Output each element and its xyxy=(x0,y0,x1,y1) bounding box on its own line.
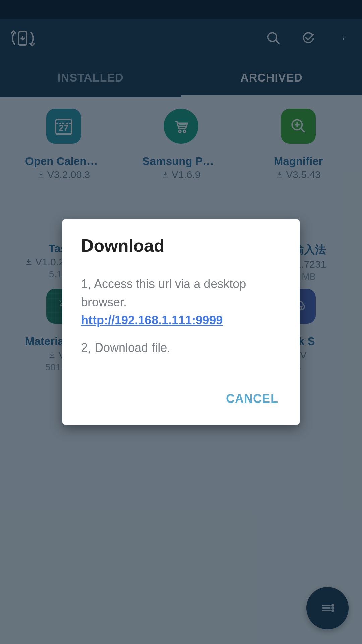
dialog-body: 1, Access this url via a desktop browser… xyxy=(81,275,281,357)
cancel-button[interactable]: CANCEL xyxy=(223,386,281,411)
dialog-step1-text: 1, Access this url via a desktop browser… xyxy=(81,277,246,309)
dialog-url-link[interactable]: http://192.168.1.111:9999 xyxy=(81,313,223,327)
modal-overlay: Download 1, Access this url via a deskto… xyxy=(0,0,362,644)
download-dialog: Download 1, Access this url via a deskto… xyxy=(62,219,300,425)
dialog-title: Download xyxy=(81,235,281,256)
dialog-step2-text: 2, Download file. xyxy=(81,339,281,357)
